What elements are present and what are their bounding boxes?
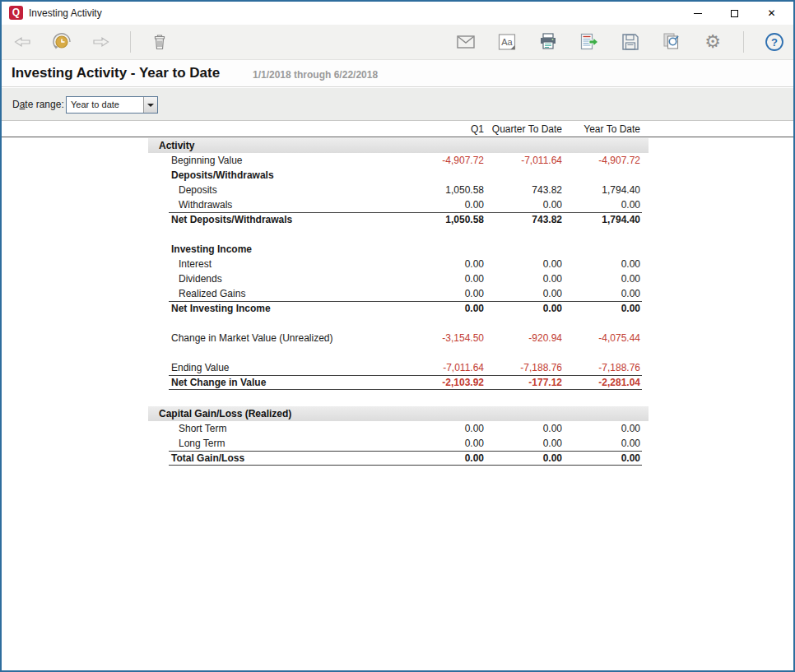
row-label: Deposits	[148, 183, 406, 197]
table-row: Net Deposits/Withdrawals1,050.58743.821,…	[148, 212, 649, 227]
row-label: Realized Gains	[148, 286, 406, 301]
date-range-label: Date range:	[12, 99, 64, 110]
trash-icon	[150, 32, 170, 52]
dropdown-button[interactable]	[143, 97, 157, 113]
spacer-row	[148, 227, 649, 242]
cell-value: 0.00	[562, 197, 640, 212]
row-label: Long Term	[148, 436, 406, 451]
toolbar: Aa	[2, 25, 793, 60]
cell-value	[484, 242, 562, 257]
cell-value: 0.00	[484, 271, 562, 286]
print-button[interactable]	[537, 31, 559, 53]
toolbar-separator	[130, 31, 131, 53]
cell-value: -3,154.50	[406, 331, 484, 345]
row-label: Net Deposits/Withdrawals	[148, 212, 406, 227]
table-row: Withdrawals0.000.000.00	[148, 197, 649, 212]
window-title: Investing Activity	[29, 7, 102, 19]
table-row: Change in Market Value (Unrealized)-3,15…	[148, 331, 649, 345]
cell-value: 0.00	[484, 421, 562, 436]
cell-value	[406, 242, 484, 257]
cell-value: -7,188.76	[484, 360, 562, 375]
table-row: Realized Gains0.000.000.00	[148, 286, 649, 301]
close-button[interactable]: ✕	[753, 2, 790, 25]
cell-value: 0.00	[562, 451, 640, 466]
cell-value: 0.00	[406, 421, 484, 436]
delete-report-button[interactable]	[149, 31, 170, 53]
column-header-spacer	[148, 122, 406, 137]
export-button[interactable]	[579, 31, 600, 53]
cell-value: 0.00	[484, 197, 562, 212]
cell-value: 1,794.40	[562, 212, 640, 227]
cell-value: 1,050.58	[406, 212, 484, 227]
svg-text:?: ?	[771, 36, 778, 49]
printer-icon	[537, 31, 559, 53]
section-header-row: Capital Gain/Loss (Realized)	[148, 406, 649, 421]
cell-value: 0.00	[406, 271, 484, 286]
cell-value: -4,075.44	[562, 331, 640, 345]
cell-value: -7,011.64	[484, 153, 562, 168]
column-header: Q1	[406, 122, 484, 137]
row-label: Investing Income	[148, 242, 406, 257]
date-range-selected-value: Year to date	[67, 97, 143, 113]
chevron-down-icon	[147, 104, 154, 107]
email-report-button[interactable]	[455, 31, 477, 53]
cell-value: -2,281.04	[562, 375, 640, 390]
cell-value: 0.00	[406, 286, 484, 301]
print-preview-button[interactable]	[661, 31, 682, 53]
maximize-button[interactable]	[716, 2, 753, 25]
cell-value: 0.00	[562, 301, 640, 316]
cell-value: -920.94	[484, 331, 562, 345]
cell-value	[562, 168, 640, 183]
gear-icon: ⚙	[704, 32, 721, 52]
row-label: Dividends	[148, 271, 406, 286]
cell-value: 1,050.58	[406, 183, 484, 197]
cell-value: 0.00	[562, 271, 640, 286]
report-date-range-text: 1/1/2018 through 6/22/2018	[253, 69, 378, 81]
quicken-logo-icon: Q	[9, 6, 23, 20]
cell-value: -177.12	[484, 375, 562, 390]
row-label: Ending Value	[148, 360, 406, 375]
title-bar: Q Investing Activity ✕	[2, 2, 793, 25]
history-button[interactable]	[51, 31, 72, 53]
date-range-dropdown[interactable]: Year to date	[66, 96, 158, 114]
spacer-row	[148, 316, 649, 331]
font-options-button[interactable]: Aa	[496, 31, 518, 53]
table-row: Short Term0.000.000.00	[148, 421, 649, 436]
export-excel-icon	[579, 31, 600, 53]
table-row: Investing Income	[148, 242, 649, 257]
envelope-icon	[455, 31, 477, 53]
spacer-row	[148, 345, 649, 360]
help-button[interactable]: ?	[764, 31, 785, 53]
maximize-icon	[731, 10, 738, 17]
history-clock-icon	[51, 31, 72, 53]
table-row: Long Term0.000.000.00	[148, 436, 649, 451]
cell-value: 0.00	[406, 197, 484, 212]
cell-value: -4,907.72	[562, 153, 640, 168]
cell-value: 1,794.40	[562, 183, 640, 197]
column-header: Quarter To Date	[484, 122, 562, 137]
column-header: Year To Date	[562, 122, 640, 137]
table-row: Dividends0.000.000.00	[148, 271, 649, 286]
save-report-button[interactable]	[620, 31, 641, 53]
row-label: Short Term	[148, 421, 406, 436]
settings-button[interactable]: ⚙	[702, 31, 723, 53]
cell-value: -7,188.76	[562, 360, 640, 375]
forward-button[interactable]	[91, 31, 112, 53]
report-body: ActivityBeginning Value-4,907.72-7,011.6…	[148, 138, 649, 466]
table-row: Ending Value-7,011.64-7,188.76-7,188.76	[148, 360, 649, 375]
row-label: Net Investing Income	[148, 301, 406, 316]
minimize-icon	[694, 13, 702, 14]
back-button[interactable]	[12, 31, 33, 53]
cell-value	[484, 168, 562, 183]
minimize-button[interactable]	[679, 2, 716, 25]
cell-value: -4,907.72	[406, 153, 484, 168]
row-label: Total Gain/Loss	[148, 451, 406, 466]
report-controls-band: Date range: Year to date	[2, 88, 793, 121]
cell-value: 0.00	[562, 436, 640, 451]
font-size-icon: Aa	[496, 31, 518, 53]
back-arrow-icon	[12, 32, 32, 52]
cell-value: 0.00	[484, 301, 562, 316]
svg-text:Aa: Aa	[501, 37, 513, 47]
column-headers: Q1Quarter To DateYear To Date	[148, 122, 649, 137]
table-row: Deposits/Withdrawals	[148, 168, 649, 183]
